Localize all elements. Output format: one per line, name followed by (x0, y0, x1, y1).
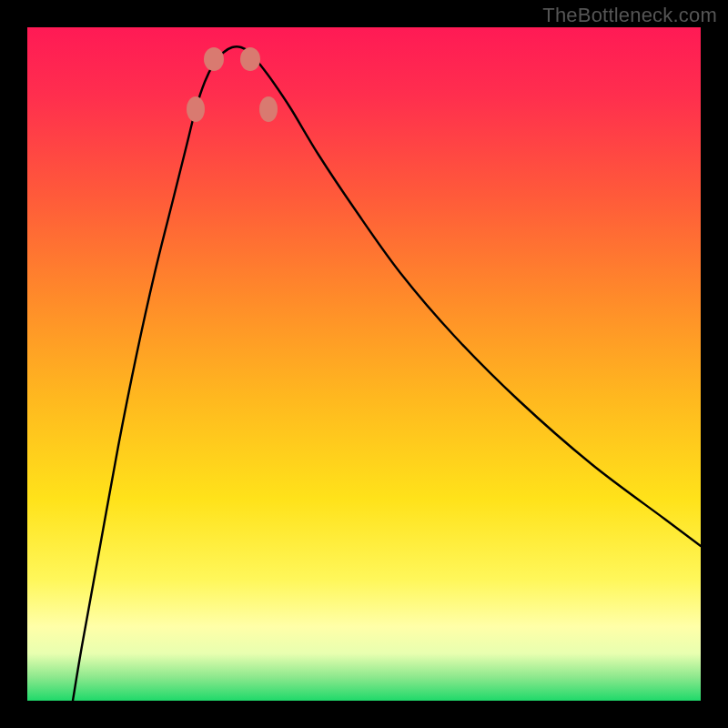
valley-marker (204, 47, 224, 71)
gradient-background (27, 27, 701, 701)
watermark-text: TheBottleneck.com (542, 4, 717, 27)
valley-marker (259, 96, 278, 122)
chart-frame: TheBottleneck.com (0, 0, 728, 728)
valley-marker (240, 47, 260, 71)
valley-marker (187, 96, 205, 122)
plot-svg (27, 27, 701, 701)
plot-area (27, 27, 701, 701)
